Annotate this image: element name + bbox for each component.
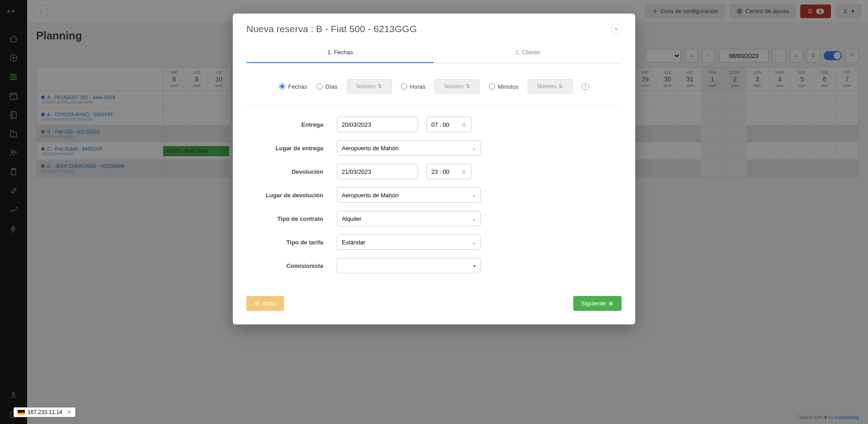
clear-icon[interactable]: ⊗ [462, 168, 467, 175]
label-tipo-contrato: Tipo de contrato [246, 215, 337, 222]
mode-horas[interactable]: Horas [401, 83, 426, 90]
mode-minutos[interactable]: Minutos [489, 83, 519, 90]
chevron-down-icon: ⌄ [472, 193, 476, 198]
label-devolucion: Devolución [246, 168, 337, 175]
mode-dias[interactable]: Días [316, 83, 338, 90]
help-icon[interactable]: ? [582, 83, 589, 90]
chevron-down-icon: ⌄ [472, 216, 476, 221]
modal-footer: ⊖Atrás Siguiente⊕ [246, 296, 622, 311]
modal-close-button[interactable]: × [611, 24, 622, 34]
arrow-right-icon: ⊕ [609, 300, 613, 307]
duration-mode-row: Fechas Días Número⇅ Horas Número⇅ Minuto… [246, 75, 622, 105]
comisionista-select[interactable]: ▾ [337, 258, 481, 273]
label-lugar-devolucion: Lugar de devolución [246, 192, 337, 199]
modal-tabs: 1. Fechas 2. Cliente [246, 43, 622, 63]
modal-header: Nueva reserva : B - Fiat 500 - 6213GGG × [233, 14, 635, 43]
tab-fechas[interactable]: 1. Fechas [246, 43, 434, 63]
chevron-down-icon: ⌄ [472, 240, 476, 245]
dias-number-input[interactable]: Número⇅ [347, 79, 392, 94]
label-lugar-entrega: Lugar de entrega [246, 145, 337, 152]
label-entrega: Entrega [246, 121, 337, 128]
stepper-icon: ⇅ [558, 83, 563, 90]
tab-cliente[interactable]: 2. Cliente [434, 43, 622, 63]
ip-close-button[interactable]: ✕ [67, 409, 71, 415]
ip-address: 167.233.11.14 [28, 409, 62, 415]
tipo-tarifa-select[interactable]: Estándar⌄ [337, 234, 481, 250]
stepper-icon: ⇅ [466, 83, 470, 90]
chevron-down-icon: ⌄ [472, 146, 476, 151]
modal-title: Nueva reserva : B - Fiat 500 - 6213GGG [246, 24, 417, 34]
new-booking-modal: Nueva reserva : B - Fiat 500 - 6213GGG ×… [233, 14, 635, 324]
devolucion-time-input[interactable]: 23 : 00⊗ [426, 164, 472, 179]
entrega-date-input[interactable] [337, 117, 418, 132]
chevron-down-icon: ▾ [473, 263, 476, 268]
entrega-time-input[interactable]: 07 : 00⊗ [426, 117, 472, 132]
tipo-contrato-select[interactable]: Alquiler⌄ [337, 211, 481, 226]
lugar-entrega-select[interactable]: Aeropuerto de Mahón⌄ [337, 140, 481, 156]
arrow-left-icon: ⊖ [255, 300, 259, 307]
flag-de-icon [18, 410, 25, 415]
horas-number-input[interactable]: Número⇅ [434, 79, 480, 94]
devolucion-date-input[interactable] [337, 164, 418, 179]
next-button[interactable]: Siguiente⊕ [573, 296, 622, 311]
label-tipo-tarifa: Tipo de tarifa [246, 239, 337, 246]
back-button[interactable]: ⊖Atrás [246, 296, 284, 311]
minutos-number-input[interactable]: Número⇅ [528, 79, 573, 94]
mode-fechas[interactable]: Fechas [279, 83, 307, 90]
stepper-icon: ⇅ [377, 83, 382, 90]
ip-indicator: 167.233.11.14 ✕ [14, 407, 75, 417]
lugar-devolucion-select[interactable]: Aeropuerto de Mahón⌄ [337, 187, 481, 203]
clear-icon[interactable]: ⊗ [462, 121, 467, 128]
label-comisionista: Comisionista [246, 262, 337, 269]
